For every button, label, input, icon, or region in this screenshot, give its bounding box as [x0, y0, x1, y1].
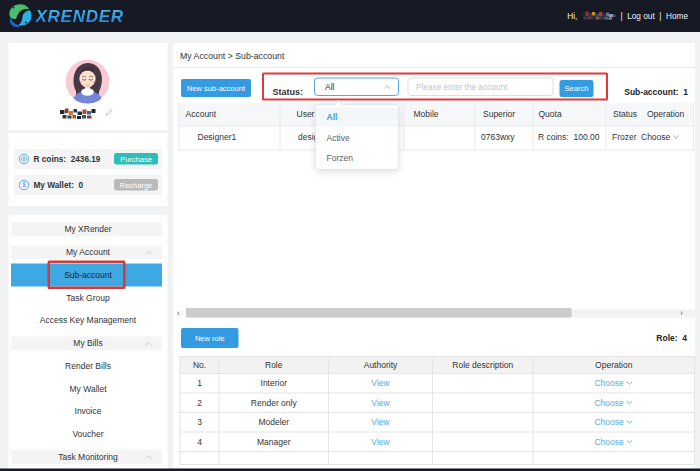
svg-text:$: $	[22, 181, 26, 188]
